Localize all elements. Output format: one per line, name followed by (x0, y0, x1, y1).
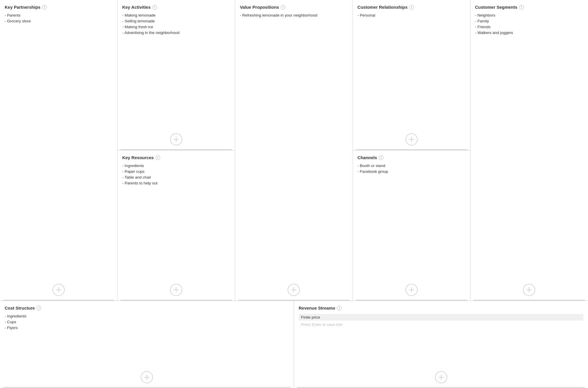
channels-info-icon[interactable]: i (379, 155, 383, 160)
key-activities-info-icon[interactable]: i (152, 5, 157, 10)
revenue-finite-price[interactable]: Finite price (299, 314, 583, 321)
list-item: - Paper cups (122, 169, 230, 174)
customer-relationships-title: Customer Relationships i (358, 5, 466, 10)
revenue-streams-title: Revenue Streams i (299, 306, 583, 310)
channels-add-button[interactable] (405, 284, 418, 296)
list-item: - Facebook group (358, 169, 466, 174)
list-item: - Flyers (5, 326, 289, 330)
customer-segments-add-button[interactable] (523, 284, 535, 296)
revenue-streams-section: Revenue Streams i Finite price Press Ent… (294, 301, 588, 388)
customer-segments-label: Customer Segments (475, 5, 517, 10)
list-item: - Selling lemonade (122, 19, 230, 23)
key-resources-info-icon[interactable]: i (156, 155, 160, 160)
key-activities-label: Key Activities (122, 5, 151, 10)
key-resources-label: Key Resources (122, 155, 154, 160)
key-activities-add-button[interactable] (170, 133, 182, 146)
revenue-streams-add-button[interactable] (435, 371, 447, 383)
channels-section: Channels i - Booth or stand - Facebook g… (353, 150, 470, 301)
customer-relationships-label: Customer Relationships (358, 5, 408, 10)
cost-structure-section: Cost Structure i - Ingredients - Cups - … (0, 301, 294, 388)
bmc-top-section: Key Partnerships i - Parents - Grocery s… (0, 0, 588, 301)
key-partnerships-title: Key Partnerships i (5, 5, 113, 10)
customer-segments-list: - Neighbors - Family - Friends - Walkers… (475, 13, 583, 296)
revenue-streams-info-icon[interactable]: i (337, 306, 342, 310)
value-propositions-label: Value Propositions (240, 5, 279, 10)
customer-relationships-info-icon[interactable]: i (409, 5, 414, 10)
key-activities-list: - Making lemonade - Selling lemonade - M… (122, 13, 230, 146)
key-resources-bottom-bar (120, 300, 232, 301)
customer-relationships-section: Customer Relationships i - Personal (353, 0, 470, 150)
customer-segments-title: Customer Segments i (475, 5, 583, 10)
channels-list: - Booth or stand - Facebook group (358, 164, 466, 296)
key-partnerships-info-icon[interactable]: i (42, 5, 47, 10)
key-activities-section: Key Activities i - Making lemonade - Sel… (118, 0, 235, 150)
list-item: - Personal (358, 13, 466, 17)
key-resources-add-button[interactable] (170, 284, 182, 296)
customer-segments-info-icon[interactable]: i (519, 5, 524, 10)
cost-structure-label: Cost Structure (5, 306, 35, 310)
customer-segments-column: Customer Segments i - Neighbors - Family… (470, 0, 588, 301)
revenue-streams-label: Revenue Streams (299, 306, 335, 310)
key-partnerships-add-button[interactable] (53, 284, 65, 296)
customer-relationships-column: Customer Relationships i - Personal Chan… (353, 0, 470, 301)
list-item: - Making fresh ice (122, 25, 230, 29)
list-item: - Booth or stand (358, 164, 466, 168)
key-activities-bottom-bar (120, 149, 232, 150)
key-partnerships-list: - Parents - Grocery store (5, 13, 113, 296)
customer-relationships-add-button[interactable] (405, 133, 418, 146)
key-partnerships-label: Key Partnerships (5, 5, 40, 10)
bmc-bottom-section: Cost Structure i - Ingredients - Cups - … (0, 301, 588, 388)
list-item: - Parents to help out (122, 181, 230, 185)
list-item: - Table and chair (122, 175, 230, 179)
list-item: - Friends (475, 25, 583, 29)
key-resources-section: Key Resources i - Ingredients - Paper cu… (118, 150, 235, 301)
list-item: - Neighbors (475, 13, 583, 17)
list-item: - Advertising in the neighborhood (122, 30, 230, 35)
key-partnerships-column: Key Partnerships i - Parents - Grocery s… (0, 0, 118, 301)
channels-bottom-bar (356, 300, 467, 301)
key-partnerships-bottom-bar (3, 300, 114, 301)
list-item: - Family (475, 19, 583, 23)
value-propositions-column: Value Propositions i - Refreshing lemona… (235, 0, 353, 301)
value-propositions-list: - Refreshing lemonade in your neighborho… (240, 13, 348, 296)
channels-label: Channels (358, 155, 377, 160)
business-model-canvas: Key Partnerships i - Parents - Grocery s… (0, 0, 588, 388)
channels-title: Channels i (358, 155, 466, 160)
list-item: - Grocery store (5, 19, 113, 23)
customer-relationships-list: - Personal (358, 13, 466, 146)
revenue-placeholder-text: Press Enter to save line (299, 322, 583, 327)
value-propositions-title: Value Propositions i (240, 5, 348, 10)
value-propositions-add-button[interactable] (288, 284, 300, 296)
key-resources-list: - Ingredients - Paper cups - Table and c… (122, 164, 230, 296)
key-resources-title: Key Resources i (122, 155, 230, 160)
list-item: - Ingredients (122, 164, 230, 168)
cost-structure-title: Cost Structure i (5, 306, 289, 310)
customer-segments-bottom-bar (473, 300, 585, 301)
cost-structure-info-icon[interactable]: i (37, 306, 41, 310)
list-item: - Making lemonade (122, 13, 230, 17)
value-propositions-bottom-bar (238, 300, 349, 301)
cost-structure-add-button[interactable] (141, 371, 153, 383)
list-item: - Cups (5, 320, 289, 324)
key-activities-column: Key Activities i - Making lemonade - Sel… (118, 0, 235, 301)
customer-relationships-bottom-bar (356, 149, 467, 150)
list-item: - Walkers and joggers (475, 30, 583, 35)
list-item: - Parents (5, 13, 113, 17)
list-item: - Ingredients (5, 314, 289, 318)
list-item: - Refreshing lemonade in your neighborho… (240, 13, 348, 17)
value-propositions-info-icon[interactable]: i (281, 5, 285, 10)
key-activities-title: Key Activities i (122, 5, 230, 10)
